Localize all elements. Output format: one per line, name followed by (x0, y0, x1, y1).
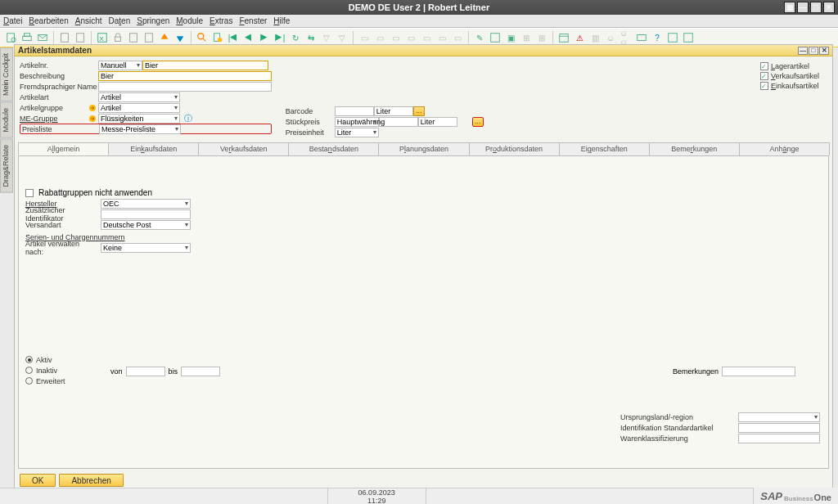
minimize-icon[interactable]: — (797, 2, 809, 13)
refresh-icon[interactable]: ↻ (289, 31, 302, 44)
chart-icon[interactable]: ▥ (588, 31, 601, 44)
grey-icon-3[interactable]: ▭ (389, 31, 402, 44)
edit-icon[interactable]: ✎ (473, 31, 486, 44)
filter2-icon[interactable]: ▽ (336, 31, 349, 44)
bis-input[interactable] (181, 367, 220, 376)
info-icon[interactable]: ⓘ (182, 112, 195, 125)
artikelnr-mode-select[interactable]: Manuell (98, 61, 142, 70)
first-icon[interactable]: |⯇ (227, 31, 240, 44)
menu-fenster[interactable]: Fenster (239, 16, 267, 25)
tab-anhaenge[interactable]: Anhänge (739, 142, 830, 155)
menu-bearbeiten[interactable]: Bearbeiten (29, 16, 68, 25)
artikelgruppe-select[interactable]: Artikel (98, 103, 180, 113)
grey-icon-4[interactable]: ▭ (404, 31, 417, 44)
new-icon[interactable] (211, 31, 224, 44)
doc1-icon[interactable] (58, 31, 71, 44)
close-icon[interactable]: ✕ (823, 2, 835, 13)
stueckpreis-picker-button[interactable]: … (472, 117, 484, 127)
window-minimize-icon[interactable]: — (798, 47, 808, 55)
rabatt-checkbox[interactable] (25, 189, 34, 197)
beschreibung-input[interactable] (98, 71, 272, 81)
grey-icon-7[interactable]: ▭ (451, 31, 464, 44)
tab-bestandsdaten[interactable]: Bestandsdaten (288, 142, 379, 155)
verkauf-checkbox[interactable]: ✓ (760, 72, 768, 80)
versandart-select[interactable]: Deutsche Post (101, 220, 191, 230)
einkauf-checkbox[interactable]: ✓ (760, 82, 768, 90)
save-icon[interactable]: ▣ (504, 31, 517, 44)
link-arrow-icon-2[interactable] (88, 115, 97, 123)
zusid-input[interactable] (101, 209, 191, 219)
doc2-icon[interactable] (74, 31, 87, 44)
menu-module[interactable]: Module (176, 16, 203, 25)
preiseinheit-select[interactable]: Liter (335, 128, 379, 137)
artikelart-select[interactable]: Artikel (98, 92, 180, 102)
lock-icon[interactable] (111, 31, 124, 44)
sidetab-dragrelate[interactable]: Drag&Relate (0, 139, 13, 193)
verwalten-select[interactable]: Keine (101, 243, 191, 253)
label-megruppe[interactable]: ME-Gruppe (20, 115, 88, 123)
cancel-button[interactable]: Abbrechen (59, 474, 123, 487)
doc3-icon[interactable] (127, 31, 140, 44)
grey-icon-5[interactable]: ▭ (420, 31, 433, 44)
prev-icon[interactable]: ⯇ (242, 31, 255, 44)
down-icon[interactable] (173, 31, 187, 44)
window-maximize-icon[interactable]: □ (809, 47, 818, 55)
card-icon[interactable] (635, 31, 648, 44)
menu-ansicht[interactable]: Ansicht (75, 16, 102, 25)
preisliste-select[interactable]: Messe-Preisliste (99, 124, 181, 134)
grey-icon-1[interactable]: ▭ (358, 31, 371, 44)
menu-hilfe[interactable]: Hilfe (273, 16, 290, 25)
help-icon[interactable]: ? (651, 31, 664, 44)
tab-verkaufsdaten[interactable]: Verkaufsdaten (198, 142, 289, 155)
window-close-icon[interactable]: ✕ (819, 47, 829, 55)
grey-icon-2[interactable]: ▭ (373, 31, 386, 44)
print-icon[interactable] (20, 31, 34, 44)
user-icon[interactable]: ☺ (604, 31, 617, 44)
barcode-picker-button[interactable]: … (413, 106, 425, 116)
hersteller-select[interactable]: OEC (101, 199, 191, 209)
tab-allgemein[interactable]: Allgemein (18, 142, 109, 155)
menu-extras[interactable]: Extras (210, 16, 232, 25)
menu-datei[interactable]: DDateiatei (3, 16, 22, 25)
calendar-icon[interactable] (557, 31, 570, 44)
ursprung-select[interactable] (738, 412, 820, 422)
stueckpreis-unit-input[interactable] (418, 117, 457, 127)
grid-icon[interactable]: ▦ (784, 2, 795, 13)
menu-springen[interactable]: Springen (137, 16, 169, 25)
fremdspr-input[interactable] (98, 82, 272, 92)
link-arrow-icon[interactable] (88, 104, 97, 112)
bemerkungen-input[interactable] (722, 367, 795, 376)
artikelnr-input[interactable] (142, 61, 268, 70)
link1-icon[interactable]: ⊞ (520, 31, 533, 44)
sync-icon[interactable]: ⇆ (304, 31, 318, 44)
search-icon[interactable] (196, 31, 209, 44)
up-icon[interactable] (158, 31, 171, 44)
barcode-input[interactable] (335, 106, 374, 116)
mail-icon[interactable] (36, 31, 49, 44)
radio-erweitert[interactable] (25, 377, 33, 385)
von-input[interactable] (126, 367, 165, 376)
tab-planungsdaten[interactable]: Planungsdaten (378, 142, 469, 155)
radio-aktiv[interactable] (25, 356, 33, 363)
next-icon[interactable]: ⯈ (258, 31, 271, 44)
link2-icon[interactable]: ⊞ (535, 31, 548, 44)
layout-icon[interactable] (489, 31, 502, 44)
excel-icon[interactable]: X (96, 31, 109, 44)
megruppe-select[interactable]: Flüssigkeiten (98, 114, 180, 124)
radio-inaktiv[interactable] (25, 367, 33, 374)
panel2-icon[interactable] (682, 31, 695, 44)
preview-icon[interactable] (5, 31, 18, 44)
sidetab-cockpit[interactable]: Mein Cockpit (0, 47, 13, 101)
grey-icon-6[interactable]: ▭ (435, 31, 448, 44)
idstd-input[interactable] (738, 423, 820, 433)
tab-bemerkungen[interactable]: Bemerkungen (649, 142, 740, 155)
doc4-icon[interactable] (142, 31, 155, 44)
menu-daten[interactable]: Daten (109, 16, 131, 25)
stueckpreis-curr-select[interactable]: Hauptwährung (335, 117, 379, 127)
ok-button[interactable]: OK (20, 474, 56, 487)
last-icon[interactable]: ⯈| (273, 31, 286, 44)
sidetab-module[interactable]: Module (0, 102, 13, 138)
tab-einkaufsdaten[interactable]: Einkaufsdaten (108, 142, 199, 155)
filter1-icon[interactable]: ▽ (320, 31, 333, 44)
barcode-unit-input[interactable] (374, 106, 413, 116)
